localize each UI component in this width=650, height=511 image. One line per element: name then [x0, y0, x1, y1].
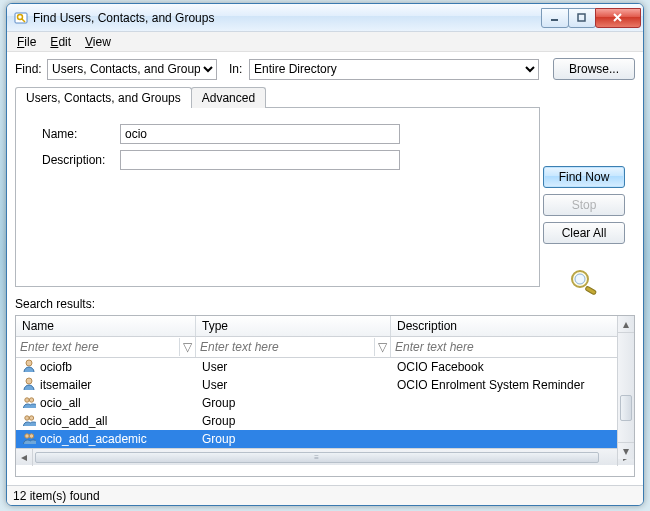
cell-type: User [196, 377, 391, 393]
cell-description [391, 438, 634, 440]
table-row[interactable]: ociofbUserOCIO Facebook [16, 358, 634, 376]
rows-container: ociofbUserOCIO FacebookitsemailerUserOCI… [16, 358, 634, 448]
cell-type: User [196, 359, 391, 375]
window-buttons [542, 8, 641, 28]
filter-icon[interactable]: ▽ [374, 338, 391, 356]
user-icon [22, 359, 36, 376]
col-description[interactable]: Description [391, 316, 634, 336]
cell-type: Group [196, 431, 391, 447]
search-results-label: Search results: [15, 293, 635, 313]
cell-name: ociofb [40, 360, 72, 374]
maximize-button[interactable] [568, 8, 596, 28]
table-row[interactable]: ocio_add_academicGroup [16, 430, 634, 448]
cell-type: Group [196, 413, 391, 429]
cell-type: Group [196, 395, 391, 411]
svg-point-10 [26, 360, 32, 366]
app-icon [13, 10, 29, 26]
status-bar: 12 item(s) found [7, 485, 643, 505]
tab-advanced[interactable]: Advanced [191, 87, 266, 108]
in-combo[interactable]: Entire Directory [249, 59, 539, 80]
content-area: Find: Users, Contacts, and Groups In: En… [7, 52, 643, 477]
browse-button[interactable]: Browse... [553, 58, 635, 80]
hscroll-thumb[interactable]: ≡ [35, 452, 599, 463]
magnify-icon [567, 268, 601, 299]
filter-type[interactable] [196, 337, 374, 357]
svg-point-16 [25, 433, 29, 437]
group-icon [22, 431, 36, 448]
cell-description [391, 402, 634, 404]
col-type[interactable]: Type [196, 316, 391, 336]
table-row[interactable]: itsemailerUserOCIO Enrolment System Remi… [16, 376, 634, 394]
menu-file[interactable]: File [11, 33, 42, 51]
filter-row: ▽ ▽ [16, 337, 634, 358]
results-grid: Name Type Description ▽ ▽ ociofbUserOCIO… [15, 315, 635, 477]
cell-name: ocio_add_academic [40, 432, 147, 446]
titlebar[interactable]: Find Users, Contacts, and Groups [7, 4, 643, 32]
menu-edit[interactable]: Edit [44, 33, 77, 51]
cell-name: itsemailer [40, 378, 91, 392]
search-panel: Name: Description: [15, 107, 540, 287]
find-row: Find: Users, Contacts, and Groups In: En… [15, 58, 635, 80]
horizontal-scrollbar[interactable]: ◂ ≡ ▸ [16, 448, 634, 465]
svg-point-17 [29, 433, 33, 437]
group-icon [22, 413, 36, 430]
find-combo[interactable]: Users, Contacts, and Groups [47, 59, 217, 80]
cell-description: OCIO Enrolment System Reminder [391, 377, 634, 393]
filter-icon[interactable]: ▽ [179, 338, 195, 356]
svg-rect-9 [585, 286, 597, 295]
svg-point-14 [25, 415, 29, 419]
filter-description[interactable] [391, 337, 633, 357]
scroll-up-icon[interactable]: ▴ [618, 316, 634, 333]
scroll-thumb[interactable] [620, 395, 632, 421]
scroll-left-icon[interactable]: ◂ [16, 449, 33, 466]
grid-header: Name Type Description [16, 316, 634, 337]
stop-button[interactable]: Stop [543, 194, 625, 216]
svg-rect-4 [578, 14, 585, 21]
close-button[interactable] [595, 8, 641, 28]
clear-all-button[interactable]: Clear All [543, 222, 625, 244]
find-label: Find: [15, 62, 43, 76]
window-title: Find Users, Contacts, and Groups [33, 11, 542, 25]
find-now-button[interactable]: Find Now [543, 166, 625, 188]
scroll-down-icon[interactable]: ▾ [618, 442, 634, 459]
status-text: 12 item(s) found [13, 489, 100, 503]
menubar: File Edit View [7, 32, 643, 52]
window: Find Users, Contacts, and Groups File Ed… [6, 3, 644, 506]
table-row[interactable]: ocio_allGroup [16, 394, 634, 412]
group-icon [22, 395, 36, 412]
table-row[interactable]: ocio_add_allGroup [16, 412, 634, 430]
description-input[interactable] [120, 150, 400, 170]
svg-point-12 [25, 397, 29, 401]
svg-point-11 [26, 378, 32, 384]
col-name[interactable]: Name [16, 316, 196, 336]
filter-name[interactable] [16, 337, 179, 357]
name-input[interactable] [120, 124, 400, 144]
tab-users-contacts-groups[interactable]: Users, Contacts, and Groups [15, 87, 192, 108]
side-buttons: Find Now Stop Clear All [543, 166, 625, 299]
cell-description [391, 420, 634, 422]
svg-point-13 [29, 397, 33, 401]
menu-view[interactable]: View [79, 33, 117, 51]
vertical-scrollbar[interactable]: ▴ ▾ [617, 316, 634, 459]
cell-name: ocio_all [40, 396, 81, 410]
svg-point-8 [575, 274, 585, 284]
cell-name: ocio_add_all [40, 414, 107, 428]
tabstrip: Users, Contacts, and Groups Advanced [15, 86, 635, 107]
description-label: Description: [42, 153, 120, 167]
name-label: Name: [42, 127, 120, 141]
svg-point-15 [29, 415, 33, 419]
in-label: In: [229, 62, 245, 76]
minimize-button[interactable] [541, 8, 569, 28]
cell-description: OCIO Facebook [391, 359, 634, 375]
user-icon [22, 377, 36, 394]
